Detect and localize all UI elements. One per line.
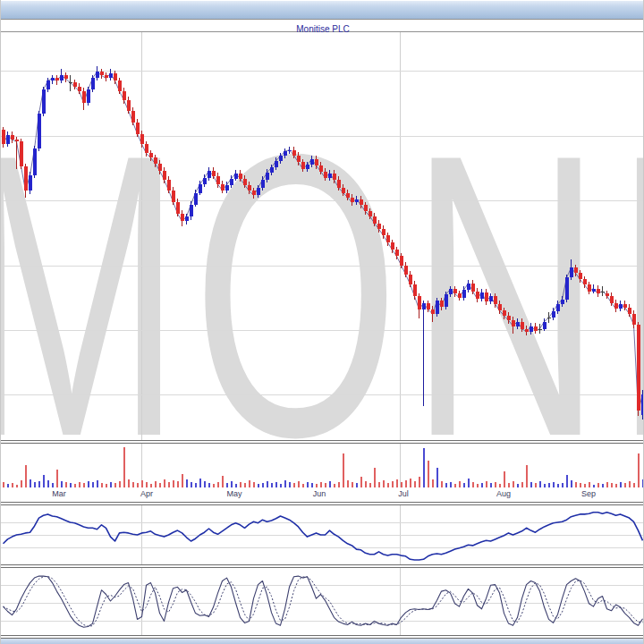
volume-bar [571,480,572,487]
volume-bar [302,484,304,487]
volume-bar [459,481,461,487]
close-price-line [4,72,643,411]
candle-body [453,289,457,293]
volume-bar [499,484,501,487]
volume-bar [374,468,376,487]
candle-body [462,290,466,298]
candle-body [190,205,193,217]
volume-bar [88,481,89,487]
volume-bar [490,483,492,487]
candle-body [270,167,274,173]
volume-bar [477,484,479,487]
candle-body [588,284,591,291]
volume-bar [186,479,188,487]
stochastic-pane[interactable] [1,568,644,635]
volume-bar [562,483,564,487]
volume-bar [275,482,277,487]
candle-body [78,87,81,91]
candle-body [534,326,538,331]
volume-bar [34,482,36,487]
candle-body [637,325,640,411]
candle-body [29,175,32,191]
candle-body [556,304,560,311]
candle-body [507,316,511,320]
volume-bar [557,484,559,487]
candle-body [342,188,345,193]
volume-bar [226,483,228,487]
candle-body [284,151,287,156]
candle-body [552,311,555,318]
candle-body [225,185,229,191]
candle-body [38,114,41,148]
volume-chart-svg[interactable] [1,444,644,487]
volume-bar [79,482,80,487]
candle-body [163,171,166,180]
window-titlebar[interactable] [1,1,644,20]
candle-body [610,296,614,303]
candle-body [185,216,189,221]
candle-body [512,320,515,326]
candle-body [574,267,578,273]
month-label: Jul [398,489,409,498]
month-label: Mar [52,489,66,498]
volume-pane[interactable] [1,444,644,487]
candle-body [181,214,184,222]
candle-body [597,289,600,294]
price-pane[interactable]: MONI [1,32,644,440]
candle-body [601,292,605,292]
candle-body [436,301,439,313]
volume-bar [620,482,622,487]
candle-body [476,292,479,300]
candle-body [292,150,296,156]
candle-body [471,284,475,292]
candle-body [319,165,323,172]
candle-body [266,173,269,180]
candle-body [145,144,148,153]
volume-bar [334,484,335,487]
candle-body [369,211,372,216]
volume-bar [597,483,599,487]
volume-bar [624,483,626,487]
price-chart-svg[interactable] [1,32,644,440]
candle-body [628,308,631,314]
candle-body [118,80,122,91]
volume-bar [83,483,85,487]
volume-bar [441,481,443,487]
volume-bar [199,479,201,487]
volume-bar [3,482,4,487]
volume-bar [396,479,398,487]
volume-bar [159,483,161,487]
candle-body [543,322,547,329]
oscillator-pane[interactable] [1,505,644,564]
candle-body [391,242,394,250]
month-label: Jun [313,489,326,498]
candle-body [11,135,14,140]
volume-bar [43,475,45,487]
bottom-strip [1,639,644,644]
candle-body [422,303,426,309]
candle-body [377,224,381,230]
candle-body [565,277,569,300]
volume-bar [123,447,125,487]
candle-body [614,303,618,309]
stochastic-chart-svg[interactable] [1,568,644,635]
volume-bar [454,484,456,487]
candle-body [64,75,68,79]
oscillator-chart-svg[interactable] [1,505,644,564]
volume-bar [316,484,318,487]
volume-bar [423,448,425,487]
volume-bar [383,480,385,487]
volume-bar [146,482,148,487]
volume-bar [392,481,394,487]
candle-body [404,266,408,275]
volume-bar [642,479,644,487]
candle-body [306,165,309,168]
volume-bar [580,483,581,487]
candle-body [489,296,493,301]
candle-body [20,141,23,166]
volume-bar [307,482,309,487]
candle-body [216,176,220,184]
candle-body [301,162,305,168]
candle-body [561,300,564,304]
volume-bar [92,482,94,487]
